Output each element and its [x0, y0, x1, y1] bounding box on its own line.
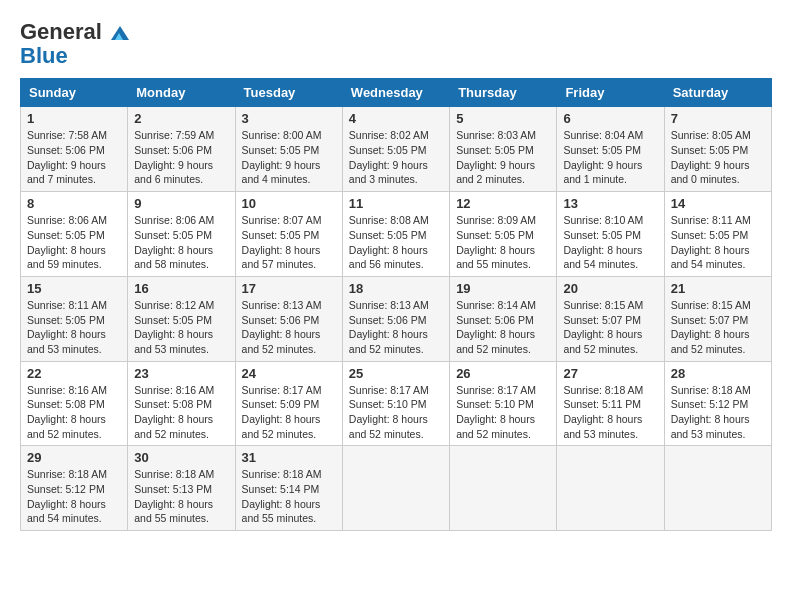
table-row: 23Sunrise: 8:16 AMSunset: 5:08 PMDayligh… — [128, 361, 235, 446]
day-info: Sunrise: 8:16 AMSunset: 5:08 PMDaylight:… — [134, 383, 228, 442]
day-info: Sunrise: 8:16 AMSunset: 5:08 PMDaylight:… — [27, 383, 121, 442]
day-info: Sunrise: 8:05 AMSunset: 5:05 PMDaylight:… — [671, 128, 765, 187]
table-row: 21Sunrise: 8:15 AMSunset: 5:07 PMDayligh… — [664, 276, 771, 361]
day-number: 1 — [27, 111, 121, 126]
table-row: 19Sunrise: 8:14 AMSunset: 5:06 PMDayligh… — [450, 276, 557, 361]
day-info: Sunrise: 8:04 AMSunset: 5:05 PMDaylight:… — [563, 128, 657, 187]
col-friday: Friday — [557, 79, 664, 107]
table-row: 15Sunrise: 8:11 AMSunset: 5:05 PMDayligh… — [21, 276, 128, 361]
table-row: 9Sunrise: 8:06 AMSunset: 5:05 PMDaylight… — [128, 192, 235, 277]
day-number: 2 — [134, 111, 228, 126]
day-info: Sunrise: 8:14 AMSunset: 5:06 PMDaylight:… — [456, 298, 550, 357]
table-row: 29Sunrise: 8:18 AMSunset: 5:12 PMDayligh… — [21, 446, 128, 531]
day-number: 30 — [134, 450, 228, 465]
day-info: Sunrise: 8:18 AMSunset: 5:13 PMDaylight:… — [134, 467, 228, 526]
day-info: Sunrise: 8:17 AMSunset: 5:10 PMDaylight:… — [349, 383, 443, 442]
calendar-table: Sunday Monday Tuesday Wednesday Thursday… — [20, 78, 772, 531]
col-wednesday: Wednesday — [342, 79, 449, 107]
table-row: 30Sunrise: 8:18 AMSunset: 5:13 PMDayligh… — [128, 446, 235, 531]
table-row: 18Sunrise: 8:13 AMSunset: 5:06 PMDayligh… — [342, 276, 449, 361]
day-info: Sunrise: 8:02 AMSunset: 5:05 PMDaylight:… — [349, 128, 443, 187]
day-number: 8 — [27, 196, 121, 211]
col-sunday: Sunday — [21, 79, 128, 107]
col-thursday: Thursday — [450, 79, 557, 107]
day-number: 23 — [134, 366, 228, 381]
col-monday: Monday — [128, 79, 235, 107]
logo-text-blue: Blue — [20, 44, 131, 68]
day-number: 3 — [242, 111, 336, 126]
table-row: 26Sunrise: 8:17 AMSunset: 5:10 PMDayligh… — [450, 361, 557, 446]
day-info: Sunrise: 8:10 AMSunset: 5:05 PMDaylight:… — [563, 213, 657, 272]
table-row: 12Sunrise: 8:09 AMSunset: 5:05 PMDayligh… — [450, 192, 557, 277]
day-number: 27 — [563, 366, 657, 381]
day-number: 26 — [456, 366, 550, 381]
table-row: 22Sunrise: 8:16 AMSunset: 5:08 PMDayligh… — [21, 361, 128, 446]
day-number: 13 — [563, 196, 657, 211]
day-info: Sunrise: 8:09 AMSunset: 5:05 PMDaylight:… — [456, 213, 550, 272]
logo: General Blue — [20, 20, 131, 68]
table-row: 8Sunrise: 8:06 AMSunset: 5:05 PMDaylight… — [21, 192, 128, 277]
table-row: 25Sunrise: 8:17 AMSunset: 5:10 PMDayligh… — [342, 361, 449, 446]
day-number: 11 — [349, 196, 443, 211]
day-info: Sunrise: 8:06 AMSunset: 5:05 PMDaylight:… — [27, 213, 121, 272]
day-info: Sunrise: 8:12 AMSunset: 5:05 PMDaylight:… — [134, 298, 228, 357]
day-info: Sunrise: 7:59 AMSunset: 5:06 PMDaylight:… — [134, 128, 228, 187]
day-info: Sunrise: 8:03 AMSunset: 5:05 PMDaylight:… — [456, 128, 550, 187]
table-row: 24Sunrise: 8:17 AMSunset: 5:09 PMDayligh… — [235, 361, 342, 446]
header-row: Sunday Monday Tuesday Wednesday Thursday… — [21, 79, 772, 107]
table-row: 11Sunrise: 8:08 AMSunset: 5:05 PMDayligh… — [342, 192, 449, 277]
day-number: 21 — [671, 281, 765, 296]
calendar-row: 1Sunrise: 7:58 AMSunset: 5:06 PMDaylight… — [21, 107, 772, 192]
table-row: 28Sunrise: 8:18 AMSunset: 5:12 PMDayligh… — [664, 361, 771, 446]
day-info: Sunrise: 8:07 AMSunset: 5:05 PMDaylight:… — [242, 213, 336, 272]
day-info: Sunrise: 8:13 AMSunset: 5:06 PMDaylight:… — [349, 298, 443, 357]
table-row: 5Sunrise: 8:03 AMSunset: 5:05 PMDaylight… — [450, 107, 557, 192]
day-number: 20 — [563, 281, 657, 296]
day-number: 7 — [671, 111, 765, 126]
calendar-row: 8Sunrise: 8:06 AMSunset: 5:05 PMDaylight… — [21, 192, 772, 277]
day-number: 17 — [242, 281, 336, 296]
table-row: 20Sunrise: 8:15 AMSunset: 5:07 PMDayligh… — [557, 276, 664, 361]
table-row: 2Sunrise: 7:59 AMSunset: 5:06 PMDaylight… — [128, 107, 235, 192]
day-number: 5 — [456, 111, 550, 126]
table-row: 3Sunrise: 8:00 AMSunset: 5:05 PMDaylight… — [235, 107, 342, 192]
day-number: 19 — [456, 281, 550, 296]
day-info: Sunrise: 8:15 AMSunset: 5:07 PMDaylight:… — [563, 298, 657, 357]
day-info: Sunrise: 8:18 AMSunset: 5:12 PMDaylight:… — [671, 383, 765, 442]
day-number: 9 — [134, 196, 228, 211]
col-tuesday: Tuesday — [235, 79, 342, 107]
logo-icon — [109, 24, 131, 42]
day-info: Sunrise: 7:58 AMSunset: 5:06 PMDaylight:… — [27, 128, 121, 187]
day-number: 6 — [563, 111, 657, 126]
table-row: 17Sunrise: 8:13 AMSunset: 5:06 PMDayligh… — [235, 276, 342, 361]
table-row: 27Sunrise: 8:18 AMSunset: 5:11 PMDayligh… — [557, 361, 664, 446]
table-row: 13Sunrise: 8:10 AMSunset: 5:05 PMDayligh… — [557, 192, 664, 277]
table-row: 4Sunrise: 8:02 AMSunset: 5:05 PMDaylight… — [342, 107, 449, 192]
day-number: 29 — [27, 450, 121, 465]
table-row: 10Sunrise: 8:07 AMSunset: 5:05 PMDayligh… — [235, 192, 342, 277]
table-row — [557, 446, 664, 531]
day-info: Sunrise: 8:15 AMSunset: 5:07 PMDaylight:… — [671, 298, 765, 357]
day-info: Sunrise: 8:13 AMSunset: 5:06 PMDaylight:… — [242, 298, 336, 357]
day-number: 31 — [242, 450, 336, 465]
day-info: Sunrise: 8:18 AMSunset: 5:12 PMDaylight:… — [27, 467, 121, 526]
day-info: Sunrise: 8:18 AMSunset: 5:11 PMDaylight:… — [563, 383, 657, 442]
table-row: 6Sunrise: 8:04 AMSunset: 5:05 PMDaylight… — [557, 107, 664, 192]
calendar-row: 29Sunrise: 8:18 AMSunset: 5:12 PMDayligh… — [21, 446, 772, 531]
page-header: General Blue — [20, 20, 772, 68]
day-info: Sunrise: 8:00 AMSunset: 5:05 PMDaylight:… — [242, 128, 336, 187]
day-number: 4 — [349, 111, 443, 126]
day-info: Sunrise: 8:08 AMSunset: 5:05 PMDaylight:… — [349, 213, 443, 272]
table-row: 14Sunrise: 8:11 AMSunset: 5:05 PMDayligh… — [664, 192, 771, 277]
col-saturday: Saturday — [664, 79, 771, 107]
table-row: 16Sunrise: 8:12 AMSunset: 5:05 PMDayligh… — [128, 276, 235, 361]
table-row — [342, 446, 449, 531]
day-number: 22 — [27, 366, 121, 381]
calendar-row: 22Sunrise: 8:16 AMSunset: 5:08 PMDayligh… — [21, 361, 772, 446]
calendar-row: 15Sunrise: 8:11 AMSunset: 5:05 PMDayligh… — [21, 276, 772, 361]
day-info: Sunrise: 8:06 AMSunset: 5:05 PMDaylight:… — [134, 213, 228, 272]
day-number: 18 — [349, 281, 443, 296]
day-info: Sunrise: 8:17 AMSunset: 5:10 PMDaylight:… — [456, 383, 550, 442]
day-number: 28 — [671, 366, 765, 381]
table-row: 1Sunrise: 7:58 AMSunset: 5:06 PMDaylight… — [21, 107, 128, 192]
